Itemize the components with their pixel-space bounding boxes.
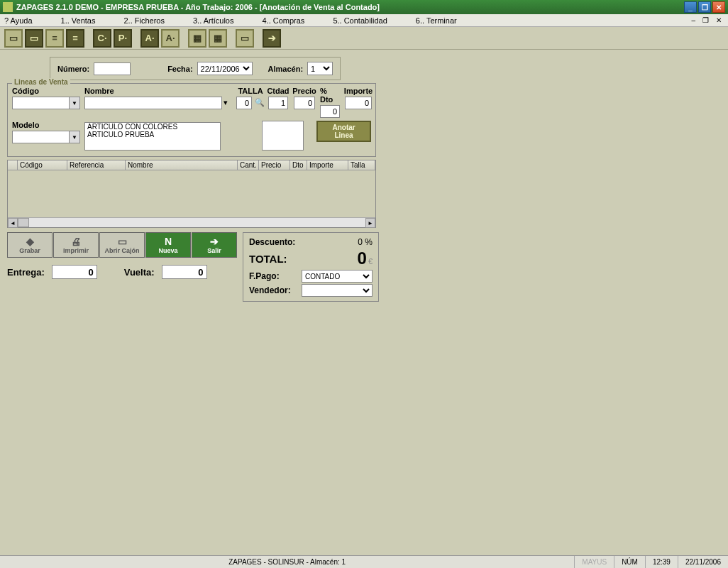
fpago-label: F.Pago: — [249, 271, 280, 281]
importe-label: Importe — [344, 87, 373, 95]
menu-ayuda[interactable]: ? Ayuda — [4, 16, 33, 25]
preview-box — [262, 121, 304, 151]
toolbar-btn-5[interactable]: ▦ — [188, 29, 206, 48]
scroll-right-icon[interactable]: ► — [365, 218, 375, 228]
menu-terminar[interactable]: 6.. Terminar — [416, 16, 457, 25]
mdi-close-icon[interactable]: ✕ — [714, 16, 724, 24]
exit-icon: ➔ — [210, 236, 219, 246]
th-nombre[interactable]: Nombre — [126, 160, 238, 170]
almacen-label: Almacén: — [268, 65, 304, 73]
save-icon: ◆ — [26, 236, 34, 246]
th-codigo[interactable]: Código — [18, 160, 67, 170]
new-icon: N — [165, 236, 172, 246]
anotar-linea-button[interactable]: Anotar Linea — [316, 121, 371, 142]
entrega-input[interactable] — [52, 265, 97, 279]
articulo-listbox[interactable]: ARTICULO CON COLORES ARTICULO PRUEBA — [84, 122, 221, 151]
statusbar: ZAPAGES - SOLINSUR - Almacén: 1 MAYUS NÚ… — [0, 555, 728, 568]
vendedor-label: Vendedor: — [249, 285, 291, 295]
titlebar: ZAPAGES 2.1.0 DEMO - EMPRESA PRUEBA - Añ… — [0, 0, 728, 14]
fpago-select[interactable]: CONTADO — [302, 270, 373, 283]
imprimir-button[interactable]: 🖨Imprimir — [53, 232, 99, 258]
status-mayus: MAYUS — [574, 556, 614, 568]
toolbar-btn-3[interactable]: ≡ — [45, 29, 64, 48]
scroll-thumb[interactable] — [18, 218, 29, 227]
vendedor-select[interactable] — [302, 284, 373, 297]
abrir-cajon-button[interactable]: ▭Abrir Cajón — [99, 232, 145, 258]
minimize-button[interactable]: _ — [684, 1, 697, 13]
descuento-label: Descuento: — [249, 237, 295, 247]
precio-input[interactable] — [294, 97, 315, 109]
menu-ficheros[interactable]: 2.. Ficheros — [124, 16, 165, 25]
action-bar: ◆Grabar 🖨Imprimir ▭Abrir Cajón NNueva ➔S… — [7, 232, 237, 258]
mdi-minimize-icon[interactable]: – — [689, 16, 697, 24]
descuento-value: 0 % — [358, 237, 373, 247]
ctdad-label: Ctdad — [267, 87, 289, 95]
status-time: 12:39 — [645, 556, 678, 568]
search-icon[interactable]: 🔍 — [255, 98, 265, 108]
precio-label: Precio — [292, 87, 316, 95]
nombre-label: Nombre — [84, 87, 233, 95]
menu-articulos[interactable]: 3.. Artículos — [193, 16, 233, 25]
talla-label: TALLA — [238, 87, 263, 95]
th-talla[interactable]: Talla — [348, 160, 375, 170]
nombre-input[interactable] — [84, 97, 222, 109]
toolbar-btn-a1[interactable]: A· — [140, 29, 159, 48]
importe-input[interactable] — [345, 97, 372, 109]
drawer-icon: ▭ — [118, 236, 127, 246]
menu-ventas[interactable]: 1.. Ventas — [61, 16, 96, 25]
grabar-button[interactable]: ◆Grabar — [7, 232, 53, 258]
list-item[interactable]: ARTICULO CON COLORES — [85, 123, 220, 131]
toolbar-btn-c[interactable]: C· — [93, 29, 111, 48]
scroll-left-icon[interactable]: ◄ — [8, 218, 18, 228]
menu-compras[interactable]: 4.. Compras — [262, 16, 304, 25]
numero-input[interactable] — [94, 62, 131, 75]
list-item[interactable]: ARTICULO PRUEBA — [85, 131, 220, 138]
chevron-down-icon[interactable]: ▼ — [69, 131, 80, 143]
th-referencia[interactable]: Referencia — [67, 160, 126, 170]
toolbar-btn-2[interactable]: ▭ — [25, 29, 43, 48]
h-scrollbar[interactable]: ◄ ► — [8, 217, 375, 227]
fecha-label: Fecha: — [167, 65, 192, 73]
table-body[interactable] — [8, 170, 375, 217]
toolbar-btn-next[interactable]: ➔ — [263, 29, 281, 48]
totals-panel: Descuento: 0 % TOTAL: 0€ F.Pago: CONTADO… — [243, 232, 379, 302]
fecha-select[interactable]: 22/11/2006 — [197, 62, 253, 75]
filter-icon[interactable]: ▾ — [224, 98, 233, 108]
menubar: ? Ayuda 1.. Ventas 2.. Ficheros 3.. Artí… — [0, 14, 728, 27]
ctdad-input[interactable] — [268, 97, 288, 109]
toolbar-btn-a2[interactable]: A· — [161, 29, 180, 48]
toolbar-btn-4[interactable]: ≡ — [66, 29, 84, 48]
status-num: NÚM — [614, 556, 645, 568]
codigo-label: Código — [12, 87, 80, 95]
modelo-combo[interactable]: ▼ — [12, 131, 80, 143]
th-marker — [8, 160, 18, 170]
maximize-button[interactable]: ❐ — [698, 1, 711, 13]
pdto-input[interactable] — [320, 105, 340, 118]
chevron-down-icon[interactable]: ▼ — [69, 97, 80, 109]
euro-icon: € — [368, 257, 373, 266]
modelo-label: Modelo — [12, 121, 80, 129]
talla-input[interactable] — [236, 97, 252, 109]
toolbar-btn-6[interactable]: ▦ — [209, 29, 227, 48]
nueva-button[interactable]: NNueva — [145, 232, 191, 258]
toolbar-btn-1[interactable]: ▭ — [4, 29, 23, 48]
vuelta-input[interactable] — [162, 265, 207, 279]
th-precio[interactable]: Precio — [259, 160, 290, 170]
toolbar: ▭ ▭ ≡ ≡ C· P· A· A· ▦ ▦ ▭ ➔ — [0, 27, 728, 50]
codigo-combo[interactable]: ▼ — [12, 97, 80, 109]
lineas-venta-fieldset: Lineas de Venta Código ▼ Nombre ▾ TALLA … — [7, 83, 376, 157]
entrega-label: Entrega: — [7, 267, 45, 278]
total-value: 0 — [358, 248, 367, 268]
th-importe[interactable]: Importe — [307, 160, 348, 170]
th-cant[interactable]: Cant. — [238, 160, 259, 170]
almacen-select[interactable]: 1 — [307, 62, 333, 75]
mdi-restore-icon[interactable]: ❐ — [700, 16, 711, 24]
toolbar-btn-7[interactable]: ▭ — [236, 29, 254, 48]
total-label: TOTAL: — [249, 253, 287, 265]
menu-contabilidad[interactable]: 5.. Contabilidad — [333, 16, 387, 25]
salir-button[interactable]: ➔Salir — [192, 232, 237, 258]
th-dto[interactable]: Dto — [290, 160, 307, 170]
close-button[interactable]: ✕ — [712, 1, 725, 13]
toolbar-btn-p[interactable]: P· — [114, 29, 132, 48]
lines-table: Código Referencia Nombre Cant. Precio Dt… — [7, 160, 376, 228]
